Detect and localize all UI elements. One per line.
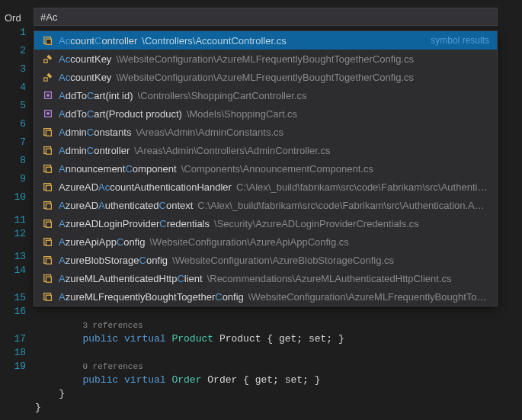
result-row[interactable]: AddToCart(Product product)\Models\Shoppi… (34, 104, 497, 123)
class-icon (42, 144, 54, 156)
result-name: AdminConstants (59, 127, 131, 138)
result-row[interactable]: AzureADLoginProviderCredentials\Security… (34, 214, 497, 232)
svg-rect-2 (44, 59, 47, 63)
method-icon (42, 107, 54, 120)
svg-rect-1 (46, 39, 51, 44)
svg-rect-9 (46, 130, 51, 136)
result-path: \Recommendations\AzureMLAuthenticatedHtt… (207, 273, 489, 284)
result-name: AccountKey (59, 72, 111, 83)
tab-label: Ord (5, 12, 21, 24)
line-number: 19 (0, 360, 26, 374)
result-path: \WebsiteConfiguration\AzureMLFrequentlyB… (116, 53, 489, 65)
result-name: AzureADAccountAuthenticationHandler (59, 181, 232, 193)
svg-rect-21 (46, 240, 51, 245)
property-icon (42, 53, 54, 65)
result-row[interactable]: AzureADAuthenticatedContextC:\Alex\_buil… (34, 196, 497, 214)
result-name: AzureApiAppConfig (59, 236, 145, 248)
line-number: 2 (0, 44, 26, 58)
codelens: 3 references (35, 319, 522, 332)
result-name: AccountController (59, 35, 137, 46)
line-number: 14 (0, 264, 26, 277)
svg-rect-19 (46, 222, 51, 227)
result-name: AzureADLoginProviderCredentials (59, 218, 210, 229)
class-icon (42, 126, 54, 138)
navigate-to-input[interactable] (34, 8, 498, 26)
result-path: \WebsiteConfiguration\AzureMLFrequentlyB… (116, 72, 489, 83)
result-row[interactable]: AnnouncementComponent\Components\Announc… (34, 159, 497, 178)
line-number: 16 (0, 305, 26, 319)
result-row[interactable]: AddToCart(int id)\Controllers\ShoppingCa… (34, 86, 497, 104)
result-name: AdminController (59, 145, 130, 156)
result-path: \WebsiteConfiguration\AzureMLFrequentlyB… (248, 291, 489, 303)
line-number: 12 (0, 227, 26, 241)
result-name: AzureMLFrequentlyBoughtTogetherConfig (59, 291, 244, 303)
class-icon (42, 199, 54, 211)
method-icon (42, 89, 54, 101)
result-name: AddToCart(Product product) (59, 108, 182, 120)
result-path: \Controllers\AccountController.cs (142, 35, 424, 46)
svg-rect-17 (46, 204, 51, 209)
class-icon (42, 162, 54, 175)
line-number: 1 (0, 26, 26, 40)
line-number: 10 (0, 191, 26, 204)
result-row[interactable]: AdminConstants\Areas\Admin\AdminConstant… (34, 123, 497, 141)
result-path: \Models\ShoppingCart.cs (187, 108, 489, 120)
result-name: AzureMLAuthenticatedHttpClient (59, 273, 203, 284)
result-path: \WebsiteConfiguration\AzureApiAppConfig.… (149, 236, 489, 248)
result-path: C:\Alex\_build\fabrikam\src\code\Fabrika… (197, 200, 489, 211)
result-name: AzureADAuthenticatedContext (59, 200, 193, 211)
result-name: AnnouncementComponent (59, 163, 177, 175)
class-icon (42, 272, 54, 284)
code-line: public virtual Product Product { get; se… (35, 332, 522, 346)
result-name: AzureBlobStorageConfig (59, 255, 168, 266)
class-icon (42, 254, 54, 266)
result-name: AddToCart(int id) (59, 90, 133, 101)
result-row[interactable]: AzureApiAppConfig\WebsiteConfiguration\A… (34, 232, 497, 251)
class-icon (42, 290, 54, 303)
svg-rect-23 (46, 258, 51, 264)
class-icon (42, 236, 54, 248)
result-path: \Areas\Admin\Controllers\AdminController… (134, 145, 489, 156)
line-number: 9 (0, 172, 26, 186)
svg-rect-15 (46, 185, 51, 191)
results-category-label: symbol results (424, 35, 489, 46)
result-name: AccountKey (59, 53, 111, 65)
line-number: 15 (0, 291, 26, 305)
line-number: 8 (0, 154, 26, 168)
result-row[interactable]: AzureMLFrequentlyBoughtTogetherConfig\We… (34, 287, 497, 306)
svg-rect-13 (46, 167, 51, 172)
code-line: } (35, 401, 522, 415)
result-path: \Components\AnnouncementComponent.cs (181, 163, 489, 175)
line-number: 4 (0, 81, 26, 95)
result-row[interactable]: AzureMLAuthenticatedHttpClient\Recommend… (34, 269, 497, 287)
class-icon (42, 217, 54, 229)
result-row[interactable]: AccountKey\WebsiteConfiguration\AzureMLF… (34, 68, 497, 86)
line-number: 11 (0, 213, 26, 227)
line-number: 17 (0, 332, 26, 346)
result-path: \Security\AzureADLoginProviderCredential… (214, 218, 489, 229)
svg-rect-5 (46, 94, 50, 97)
svg-rect-7 (46, 112, 50, 115)
result-row[interactable]: AccountController\Controllers\AccountCon… (34, 31, 497, 50)
class-icon (42, 34, 54, 46)
result-path: \Controllers\ShoppingCartController.cs (138, 90, 489, 101)
result-path: \WebsiteConfiguration\AzureBlobStorageCo… (172, 255, 489, 266)
line-number: 5 (0, 99, 26, 113)
result-row[interactable]: AzureADAccountAuthenticationHandlerC:\Al… (34, 178, 497, 196)
svg-rect-27 (46, 295, 51, 300)
code-line: public virtual Order Order { get; set; } (35, 374, 522, 387)
result-row[interactable]: AccountKey\WebsiteConfiguration\AzureMLF… (34, 50, 497, 68)
line-number: 7 (0, 136, 26, 149)
svg-rect-11 (46, 149, 51, 154)
symbol-results-dropdown[interactable]: AccountController\Controllers\AccountCon… (34, 30, 498, 306)
result-row[interactable]: AdminController\Areas\Admin\Controllers\… (34, 141, 497, 159)
line-number: 13 (0, 250, 26, 264)
line-number: 3 (0, 63, 26, 76)
line-number-gutter: 12345678910111213141516171819 (0, 26, 30, 374)
property-icon (42, 71, 54, 83)
svg-rect-3 (44, 78, 47, 81)
class-icon (42, 181, 54, 193)
result-path: C:\Alex\_build\fabrikam\src\code\Fabrika… (236, 181, 489, 193)
line-number: 6 (0, 117, 26, 131)
result-row[interactable]: AzureBlobStorageConfig\WebsiteConfigurat… (34, 251, 497, 269)
